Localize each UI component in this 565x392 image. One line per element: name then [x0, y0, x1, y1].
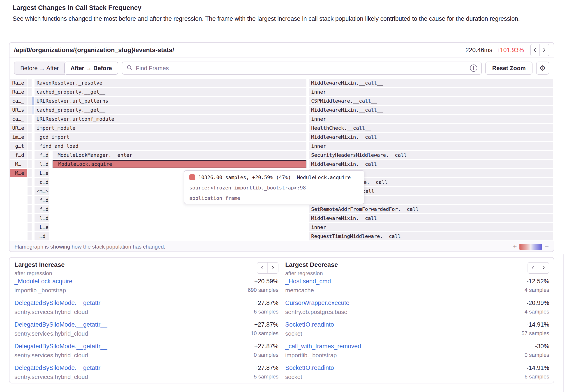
flame-frame-cell[interactable]: MiddlewareMixin.__call__ [309, 106, 553, 114]
flame-frame-cell[interactable] [28, 232, 32, 240]
flame-frame-cell[interactable] [28, 124, 32, 132]
flame-frame-cell[interactable] [28, 187, 32, 195]
flame-frame-cell[interactable] [28, 178, 32, 186]
flame-frame-cell[interactable]: UR…s [10, 106, 27, 114]
flame-frame-cell[interactable]: _M…_ [10, 160, 27, 168]
flame-frame-cell[interactable] [28, 106, 32, 114]
flame-frame-cell[interactable] [28, 79, 32, 87]
flame-frame-cell[interactable]: MiddlewareMixin.__call__ [309, 160, 553, 168]
function-name-link[interactable]: _call_with_frames_removed [285, 343, 361, 350]
flame-frame-cell[interactable]: SecurityHeadersMiddleware.__call__ [309, 151, 553, 159]
function-name-link[interactable]: SocketIO.readinto [285, 364, 334, 371]
flame-frame-cell[interactable]: _l…d [35, 214, 49, 222]
increase-list-item: DelegatedBySiloMode.__getattr__sentry.se… [14, 320, 278, 342]
flame-frame-cell[interactable]: MiddlewareMixin.__call__ [309, 214, 553, 222]
flame-frame-cell[interactable]: _M…e [10, 169, 27, 177]
flame-frame-cell[interactable] [28, 115, 32, 123]
flame-frame-cell[interactable]: inner [309, 142, 553, 150]
flame-frame-cell[interactable]: URLResolver.urlconf_module [35, 115, 306, 123]
decrease-list-item: SocketIO.readintosocket-14.91%57 samples [285, 320, 549, 342]
function-name-link[interactable]: CursorWrapper.execute [285, 299, 350, 307]
increase-next-button[interactable] [268, 263, 278, 273]
flame-frame-cell[interactable]: _f…d [35, 205, 49, 213]
change-percent: -20.99% [526, 299, 549, 307]
flame-frame-cell[interactable]: inner [309, 223, 553, 231]
diff-color-legend: + − [513, 243, 549, 251]
info-icon[interactable]: i [470, 65, 477, 72]
flame-frame-cell[interactable] [28, 142, 32, 150]
function-name-link[interactable]: _Host.send_cmd [285, 278, 331, 285]
flame-frame-cell[interactable] [28, 223, 32, 231]
flame-frame-cell[interactable]: _c…d [35, 178, 49, 186]
function-name-link[interactable]: _ModuleLock.acquire [14, 278, 72, 285]
flame-frame-cell[interactable]: ca…_ [10, 115, 27, 123]
flame-frame-cell[interactable]: <m…> [35, 187, 49, 195]
decrease-next-button[interactable] [538, 263, 549, 273]
flame-frame-cell[interactable]: Ra…e [10, 79, 27, 87]
flame-frame-cell[interactable]: cached_property.__get__ [35, 88, 306, 96]
flame-frame-cell[interactable]: import_module [35, 124, 306, 132]
flame-frame-cell[interactable] [28, 169, 32, 177]
flame-frame-cell[interactable] [32, 106, 34, 114]
flame-frame-cell[interactable] [28, 88, 32, 96]
flame-frame-cell[interactable]: RavenResolver._resolve [35, 79, 306, 87]
flame-frame-cell[interactable] [28, 133, 32, 141]
flame-frame-cell[interactable]: _ModuleLockManager.__enter__ [53, 151, 306, 159]
flame-frame-cell[interactable]: _find_and_load [35, 142, 306, 150]
frame-tooltip: 10326.00 samples, +20.59% (47%) _ModuleL… [184, 170, 364, 204]
flame-frame-cell[interactable]: _…d [35, 232, 49, 240]
flame-frame-cell[interactable]: _f…d [10, 151, 27, 159]
next-endpoint-button[interactable] [540, 44, 549, 56]
flame-frame-cell[interactable]: Ra…e [10, 88, 27, 96]
flame-frame-cell[interactable]: _L…e [35, 169, 49, 177]
flame-frame-cell[interactable]: inner [309, 115, 553, 123]
decrease-prev-button[interactable] [528, 263, 538, 273]
flame-frame-cell[interactable]: inner [309, 88, 553, 96]
flame-frame-cell[interactable]: MiddlewareMixin.__call__ [309, 133, 553, 141]
flame-frame-cell[interactable]: RequestTimingMiddleware.__call__ [309, 232, 553, 240]
reset-zoom-button[interactable]: Reset Zoom [485, 62, 533, 75]
flame-frame-cell[interactable]: im…e [10, 133, 27, 141]
flame-frame-cell[interactable]: _l…d [35, 160, 49, 168]
largest-increase-title: Largest Increase [14, 261, 278, 268]
flame-frame-cell[interactable]: CSPMiddleware.__call__ [309, 97, 553, 105]
function-name-link[interactable]: DelegatedBySiloMode.__getattr__ [14, 299, 107, 307]
flame-frame-cell[interactable]: URLResolver.url_patterns [35, 97, 306, 105]
flame-frame-cell[interactable] [32, 97, 34, 105]
flame-frame-cell[interactable]: cached_property.__get__ [35, 106, 306, 114]
find-frames-searchbox[interactable]: i [122, 62, 482, 75]
flame-frame-cell[interactable]: MiddlewareMixin.__call__ [309, 79, 553, 87]
page-description: See which functions changed the most bef… [13, 14, 554, 24]
flame-frame-cell[interactable]: UR…e [10, 124, 27, 132]
function-name-link[interactable]: SocketIO.readinto [285, 321, 334, 328]
find-frames-input[interactable] [136, 65, 467, 72]
function-name-link[interactable]: DelegatedBySiloMode.__getattr__ [14, 364, 107, 371]
settings-button[interactable]: ⚙ [536, 62, 549, 75]
flame-frame-cell[interactable]: ca…_ [10, 97, 27, 105]
flame-frame-cell[interactable] [28, 196, 32, 204]
flame-frame-cell[interactable]: _g…t [10, 142, 27, 150]
toggle-after-before[interactable]: After → Before [64, 62, 118, 75]
largest-decrease-title: Largest Decrease [285, 261, 549, 268]
page-scrollbar[interactable] [564, 254, 564, 392]
function-name-link[interactable]: DelegatedBySiloMode.__getattr__ [14, 343, 107, 350]
flame-frame-cell[interactable]: _L…e [35, 223, 49, 231]
flame-frame-cell[interactable] [28, 151, 32, 159]
flame-frame-cell[interactable] [28, 214, 32, 222]
flame-frame-cell[interactable]: _f…d [35, 196, 49, 204]
flame-frame-cell[interactable] [28, 205, 32, 213]
flame-frame-cell[interactable]: HealthCheck.__call__ [309, 124, 553, 132]
prev-endpoint-button[interactable] [531, 44, 540, 56]
flame-frame-cell[interactable] [28, 160, 32, 168]
toggle-before-after[interactable]: Before → After [14, 62, 65, 75]
flame-frame-cell[interactable]: _gcd_import [35, 133, 306, 141]
flame-frame-cell-selected[interactable]: _ModuleLock.acquire [53, 160, 306, 168]
chevron-right-icon [541, 266, 546, 270]
flame-frame-cell[interactable]: _f…d [35, 151, 49, 159]
flamegraph-canvas[interactable]: RequestTimingMiddleware.__call___…dinner… [10, 78, 554, 241]
increase-prev-button[interactable] [257, 263, 268, 273]
chevron-right-icon [542, 47, 547, 53]
flame-frame-cell[interactable] [28, 97, 32, 105]
function-name-link[interactable]: DelegatedBySiloMode.__getattr__ [14, 321, 107, 328]
flame-frame-cell[interactable]: SetRemoteAddrFromForwardedFor.__call__ [309, 205, 553, 213]
